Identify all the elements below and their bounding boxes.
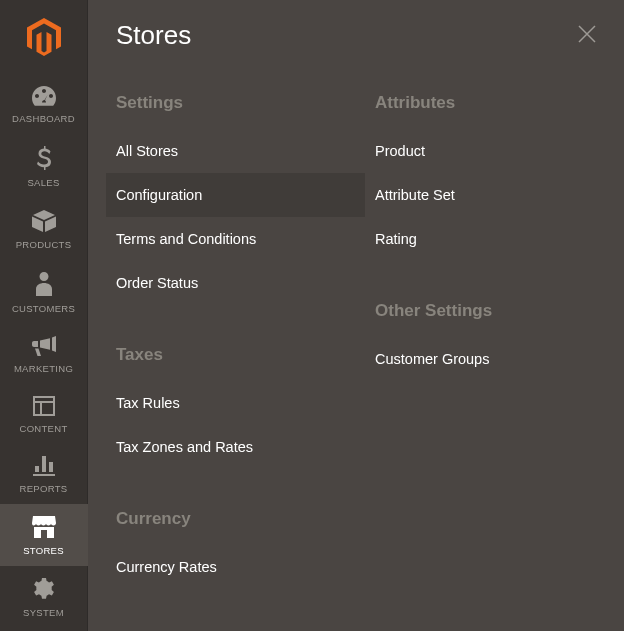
menu-link-order-status[interactable]: Order Status	[106, 261, 365, 305]
sidebar-item-dashboard[interactable]: DASHBOARD	[0, 74, 88, 134]
magento-logo[interactable]	[27, 0, 61, 74]
menu-link-all-stores[interactable]: All Stores	[106, 129, 365, 173]
flyout-col-right: Attributes Product Attribute Set Rating …	[365, 75, 624, 589]
sidebar-item-label: STORES	[23, 545, 64, 556]
menu-link-product[interactable]: Product	[365, 129, 624, 173]
menu-link-tax-rules[interactable]: Tax Rules	[106, 381, 365, 425]
sidebar-item-stores[interactable]: STORES	[0, 504, 88, 566]
sidebar-item-label: REPORTS	[20, 483, 68, 494]
menu-link-terms[interactable]: Terms and Conditions	[106, 217, 365, 261]
bars-icon	[33, 456, 55, 480]
sidebar-item-label: DASHBOARD	[12, 113, 75, 124]
storefront-icon	[32, 516, 56, 542]
close-icon	[578, 25, 596, 43]
person-icon	[36, 272, 52, 300]
flyout-title: Stores	[116, 20, 191, 51]
section-title-other: Other Settings	[365, 261, 624, 337]
section-title-currency: Currency	[106, 469, 365, 545]
section-title-settings: Settings	[106, 75, 365, 129]
sidebar-item-content[interactable]: CONTENT	[0, 384, 88, 444]
magento-logo-icon	[27, 18, 61, 56]
menu-link-rating[interactable]: Rating	[365, 217, 624, 261]
dashboard-icon	[32, 86, 56, 110]
dollar-icon	[37, 146, 51, 174]
flyout-col-left: Settings All Stores Configuration Terms …	[106, 75, 365, 589]
section-title-taxes: Taxes	[106, 305, 365, 381]
sidebar-item-customers[interactable]: CUSTOMERS	[0, 260, 88, 324]
menu-link-currency-rates[interactable]: Currency Rates	[106, 545, 365, 589]
megaphone-icon	[32, 336, 56, 360]
sidebar-item-products[interactable]: PRODUCTS	[0, 198, 88, 260]
main-sidebar: DASHBOARD SALES PRODUCTS CUSTOMERS MARKE…	[0, 0, 88, 631]
menu-link-attribute-set[interactable]: Attribute Set	[365, 173, 624, 217]
menu-link-configuration[interactable]: Configuration	[106, 173, 365, 217]
box-icon	[32, 210, 56, 236]
close-button[interactable]	[574, 21, 600, 51]
sidebar-item-label: CONTENT	[19, 423, 67, 434]
sidebar-item-sales[interactable]: SALES	[0, 134, 88, 198]
sidebar-item-system[interactable]: SYSTEM	[0, 566, 88, 628]
gear-icon	[33, 578, 55, 604]
sidebar-item-label: CUSTOMERS	[12, 303, 75, 314]
menu-link-customer-groups[interactable]: Customer Groups	[365, 337, 624, 381]
menu-link-tax-zones[interactable]: Tax Zones and Rates	[106, 425, 365, 469]
sidebar-item-reports[interactable]: REPORTS	[0, 444, 88, 504]
section-title-attributes: Attributes	[365, 75, 624, 129]
sidebar-item-label: SALES	[27, 177, 59, 188]
sidebar-item-label: MARKETING	[14, 363, 73, 374]
flyout-header: Stores	[88, 20, 624, 75]
layout-icon	[33, 396, 55, 420]
stores-flyout-panel: Stores Settings All Stores Configuration…	[88, 0, 624, 631]
sidebar-item-marketing[interactable]: MARKETING	[0, 324, 88, 384]
sidebar-item-label: PRODUCTS	[16, 239, 72, 250]
sidebar-item-label: SYSTEM	[23, 607, 64, 618]
flyout-body: Settings All Stores Configuration Terms …	[88, 75, 624, 589]
